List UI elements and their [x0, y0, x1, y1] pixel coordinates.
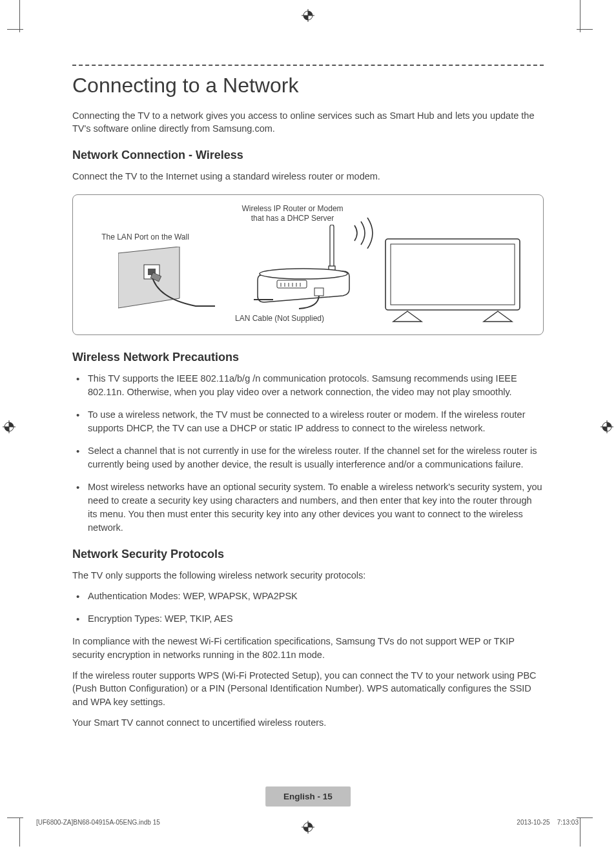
router-icon: [254, 225, 357, 315]
svg-point-18: [260, 269, 347, 279]
list-item: Most wireless networks have an optional …: [72, 480, 544, 535]
wifi-waves-out-icon: [351, 218, 382, 249]
page: Connecting to a Network Connecting the T…: [0, 0, 616, 853]
footer-timestamp: 2013-10-25 7:13:03: [517, 819, 579, 826]
diagram-cable-label: LAN Cable (Not Supplied): [228, 314, 331, 324]
list-item: This TV supports the IEEE 802.11a/b/g /n…: [72, 372, 544, 399]
security-intro: The TV only supports the following wirel…: [72, 569, 544, 582]
wireless-body: Connect the TV to the Internet using a s…: [72, 170, 544, 183]
crop-mark-top-right: [555, 0, 580, 32]
svg-rect-16: [330, 225, 334, 270]
list-item: Encryption Types: WEP, TKIP, AES: [72, 612, 544, 626]
diagram-router-label: Wireless IP Router or Modem that has a D…: [234, 204, 351, 224]
registration-mark-icon: [601, 420, 613, 433]
svg-rect-26: [314, 288, 323, 296]
crop-mark-top-left: [19, 0, 45, 32]
list-item: To use a wireless network, the TV must b…: [72, 408, 544, 435]
wireless-heading: Network Connection - Wireless: [72, 149, 544, 162]
precautions-list: This TV supports the IEEE 802.11a/b/g /n…: [72, 372, 544, 535]
registration-mark-icon: [302, 9, 314, 22]
precautions-heading: Wireless Network Precautions: [72, 351, 544, 364]
svg-rect-19: [277, 280, 307, 288]
page-title: Connecting to a Network: [72, 74, 544, 98]
registration-mark-icon: [3, 420, 15, 433]
svg-rect-28: [391, 244, 515, 305]
content-area: Connecting to a Network Connecting the T…: [72, 65, 544, 741]
security-list: Authentication Modes: WEP, WPAPSK, WPA2P…: [72, 590, 544, 626]
tv-icon: [382, 235, 524, 325]
list-item: Authentication Modes: WEP, WPAPSK, WPA2P…: [72, 590, 544, 603]
dashed-rule: [72, 65, 544, 66]
diagram-container: Wireless IP Router or Modem that has a D…: [72, 194, 544, 335]
security-para-1: In compliance with the newest Wi-Fi cert…: [72, 635, 544, 661]
registration-mark-icon: [302, 821, 314, 834]
page-number-badge: English - 15: [265, 786, 351, 807]
security-para-2: If the wireless router supports WPS (Wi-…: [72, 669, 544, 708]
security-heading: Network Security Protocols: [72, 548, 544, 561]
diagram-lan-label: The LAN Port on the Wall: [94, 232, 197, 243]
list-item: Select a channel that is not currently i…: [72, 444, 544, 471]
footer-filename: [UF6800-ZA]BN68-04915A-05ENG.indb 15: [36, 819, 160, 826]
intro-paragraph: Connecting the TV to a network gives you…: [72, 109, 544, 136]
security-para-3: Your Smart TV cannot connect to uncertif…: [72, 716, 544, 729]
wall-port-icon: [118, 247, 215, 318]
